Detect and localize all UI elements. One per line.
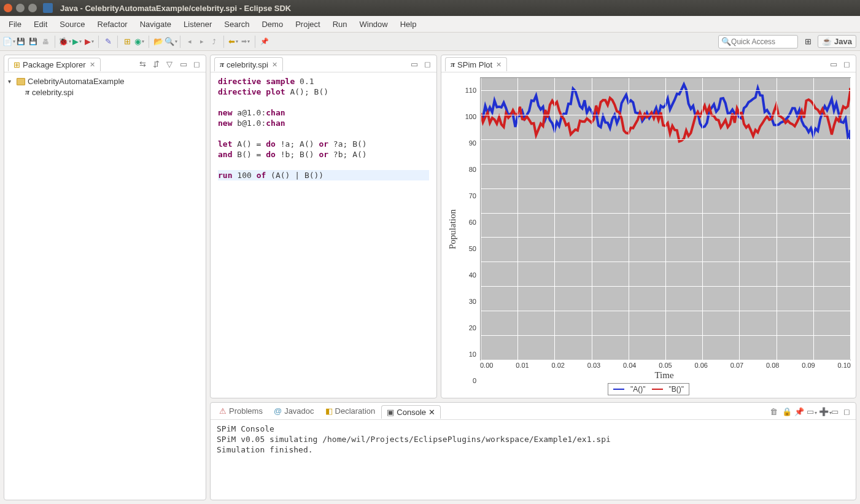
close-icon[interactable]: ✕ <box>272 61 277 69</box>
console-lock-icon[interactable]: 🔒 <box>782 407 791 416</box>
back-icon[interactable]: ⬅▾ <box>228 37 238 47</box>
close-icon[interactable]: ✕ <box>90 61 95 69</box>
run-last-icon[interactable]: ▶▾ <box>84 37 94 47</box>
maximize-icon[interactable]: ◻ <box>843 407 852 416</box>
pi-file-icon: π <box>220 60 224 69</box>
project-node[interactable]: ▾ CelebrityAutomataExample <box>8 76 202 87</box>
separator <box>255 36 255 48</box>
toolbar: 📄▾ 💾 💾 🖶 🐞▾ ▶▾ ▶▾ ✎ ⊞ ◉▾ 📂 🔍▾ ◂ ▸ ⤴ ⬅▾ ➡… <box>0 33 860 51</box>
close-icon[interactable]: ✕ <box>496 61 502 69</box>
legend-label-b: "B()" <box>669 385 684 394</box>
pi-file-icon: π <box>25 87 29 97</box>
minimize-icon[interactable]: ▭ <box>830 60 839 68</box>
quick-access-input[interactable] <box>731 37 795 46</box>
nav-up-disabled-icon: ⤴ <box>209 37 219 47</box>
window-close-icon[interactable] <box>4 4 12 12</box>
chart-xlabel: Time <box>478 370 851 381</box>
menu-run[interactable]: Run <box>328 18 352 31</box>
file-label: celebrity.spi <box>32 88 74 97</box>
plot-tab[interactable]: π SPim Plot ✕ <box>445 57 507 71</box>
package-explorer-panel: ⊞ Package Explorer ✕ ⇆ ⇵ ▽ ▭ ◻ ▾ Celebri… <box>4 55 206 500</box>
plot-panel: π SPim Plot ✕ ▭ ◻ Population 01020304050… <box>441 55 856 398</box>
pin-icon[interactable]: 📌 <box>260 37 269 47</box>
debug-icon[interactable]: 🐞▾ <box>60 37 69 47</box>
nav-back-disabled-icon: ◂ <box>185 37 195 47</box>
chart-legend: "A()" "B()" <box>608 383 689 395</box>
save-icon[interactable]: 💾 <box>16 37 26 47</box>
legend-swatch-b <box>652 389 663 390</box>
open-perspective-icon[interactable]: ⊞ <box>803 37 813 47</box>
console-display-icon[interactable]: ▭▾ <box>807 407 815 416</box>
file-node[interactable]: π celebrity.spi <box>8 87 202 98</box>
tab-console-label: Console <box>397 408 426 417</box>
legend-swatch-a <box>613 389 624 390</box>
plot-head: π SPim Plot ✕ ▭ ◻ <box>441 55 856 72</box>
console-clear-icon[interactable]: 🗑 <box>770 407 778 416</box>
run-icon[interactable]: ▶▾ <box>72 37 82 47</box>
xtick-row: 0.000.010.020.030.040.050.060.070.080.09… <box>480 362 851 369</box>
menu-demo[interactable]: Demo <box>257 18 288 31</box>
window-maximize-icon[interactable] <box>28 4 37 12</box>
workspace: ⊞ Package Explorer ✕ ⇆ ⇵ ▽ ▭ ◻ ▾ Celebri… <box>0 51 860 504</box>
tab-javadoc[interactable]: @Javadoc <box>269 405 319 417</box>
collapse-all-icon[interactable]: ⇆ <box>139 60 148 68</box>
caret-down-icon[interactable]: ▾ <box>8 78 14 85</box>
close-icon[interactable]: ✕ <box>428 408 435 417</box>
package-explorer-tab[interactable]: ⊞ Package Explorer ✕ <box>8 58 101 71</box>
quick-access[interactable]: 🔍 <box>718 35 798 48</box>
menu-search[interactable]: Search <box>219 18 254 31</box>
wand-icon[interactable]: ✎ <box>103 37 113 47</box>
app-window: Java - CelebrityAutomataExample/celebrit… <box>0 0 860 504</box>
tab-console[interactable]: ▣Console✕ <box>381 405 441 419</box>
maximize-icon[interactable]: ◻ <box>843 60 852 68</box>
menu-refactor[interactable]: Refactor <box>93 18 133 31</box>
view-menu-icon[interactable]: ▽ <box>166 60 175 68</box>
separator <box>180 36 180 48</box>
perspective-java[interactable]: ☕ Java <box>818 35 856 48</box>
link-editor-icon[interactable]: ⇵ <box>153 60 161 68</box>
minimize-icon[interactable]: ▭ <box>411 60 419 68</box>
search-icon[interactable]: 🔍▾ <box>166 37 176 47</box>
editor-tab[interactable]: π celebrity.spi ✕ <box>214 57 283 71</box>
new-class-icon[interactable]: ◉▾ <box>134 37 144 47</box>
tab-declaration[interactable]: ◧Declaration <box>320 405 381 417</box>
javadoc-icon: @ <box>274 406 282 416</box>
minimize-icon[interactable]: ▭ <box>180 60 188 68</box>
maximize-icon[interactable]: ◻ <box>193 60 202 68</box>
menu-project[interactable]: Project <box>290 18 325 31</box>
package-explorer-head: ⊞ Package Explorer ✕ ⇆ ⇵ ▽ ▭ ◻ <box>4 55 206 72</box>
perspective-label: Java <box>834 37 852 46</box>
console-panel: ⚠Problems @Javadoc ◧Declaration ▣Console… <box>210 402 856 500</box>
search-icon: 🔍 <box>721 37 731 46</box>
maximize-icon[interactable]: ◻ <box>424 60 433 68</box>
save-all-icon[interactable]: 💾 <box>28 37 38 47</box>
menu-file[interactable]: File <box>4 18 26 31</box>
console-icon: ▣ <box>387 408 394 417</box>
console-output[interactable]: SPiM Console SPiM v0.05 simulating /home… <box>211 420 856 500</box>
chart-box[interactable] <box>480 77 851 360</box>
legend-label-a: "A()" <box>630 385 646 394</box>
tab-problems[interactable]: ⚠Problems <box>214 405 268 417</box>
new-icon[interactable]: 📄▾ <box>4 37 14 47</box>
package-icon: ⊞ <box>14 60 20 69</box>
new-package-icon[interactable]: ⊞ <box>122 37 132 47</box>
open-type-icon[interactable]: 📂 <box>153 37 163 47</box>
print-icon[interactable]: 🖶 <box>41 37 50 47</box>
tab-declaration-label: Declaration <box>335 406 376 416</box>
java-perspective-icon: ☕ <box>822 37 832 46</box>
menu-help[interactable]: Help <box>395 18 422 31</box>
chart-ylabel: Population <box>446 77 459 381</box>
menu-listener[interactable]: Listener <box>179 18 217 31</box>
forward-disabled-icon: ➡▾ <box>241 37 250 47</box>
menu-source[interactable]: Source <box>55 18 90 31</box>
console-pin-icon[interactable]: 📌 <box>794 407 803 416</box>
minimize-icon[interactable]: ▭ <box>831 407 840 416</box>
plot-title: SPim Plot <box>457 60 492 69</box>
editor-body[interactable]: directive sample 0.1 directive plot A();… <box>211 72 436 398</box>
menu-edit[interactable]: Edit <box>29 18 52 31</box>
tab-problems-label: Problems <box>229 406 263 416</box>
menu-window[interactable]: Window <box>354 18 392 31</box>
console-new-icon[interactable]: ➕▾ <box>819 407 827 416</box>
menu-navigate[interactable]: Navigate <box>135 18 176 31</box>
window-minimize-icon[interactable] <box>16 4 25 12</box>
